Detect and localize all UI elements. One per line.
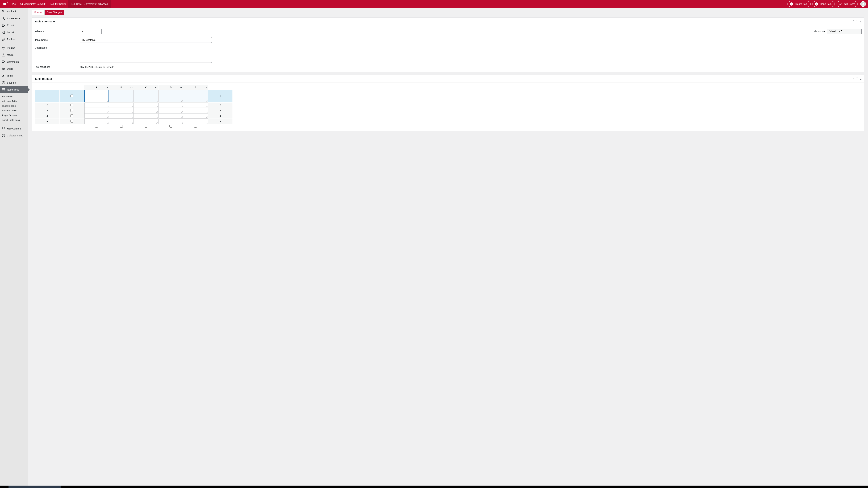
building-icon	[20, 2, 23, 5]
clone-book-label: Clone Book	[819, 3, 832, 5]
administer-network-link[interactable]: Administer Network	[18, 0, 48, 8]
add-users-button[interactable]: Add Users	[837, 1, 858, 7]
my-books-link[interactable]: My Books	[48, 0, 68, 8]
plus-icon: +	[790, 2, 793, 5]
current-site-link[interactable]: Style - University of Arkansas	[68, 0, 111, 8]
admin-network-label: Administer Network	[24, 3, 45, 5]
speech-bubble-icon	[3, 2, 6, 5]
person-icon	[861, 2, 865, 6]
create-book-label: Create Book	[795, 3, 808, 5]
create-book-button[interactable]: + Create Book	[787, 1, 811, 7]
add-users-label: Add Users	[844, 3, 855, 5]
book-open-icon	[71, 2, 75, 5]
user-plus-icon	[839, 2, 842, 5]
svg-point-1	[863, 3, 864, 4]
current-site-label: Style - University of Arkansas	[76, 3, 108, 5]
pressbooks-logo[interactable]: PB	[10, 0, 18, 8]
clone-book-button[interactable]: + Clone Book	[812, 1, 835, 7]
user-avatar[interactable]	[860, 1, 866, 7]
my-books-label: My Books	[55, 3, 66, 5]
svg-point-0	[840, 3, 841, 4]
comments-bubble[interactable]: 0	[1, 0, 10, 8]
plus-icon: +	[815, 2, 818, 5]
books-icon	[50, 2, 54, 5]
admin-bar: 0 PB Administer Network My Books Style -…	[0, 0, 868, 8]
comment-count-badge: 0	[7, 1, 8, 3]
